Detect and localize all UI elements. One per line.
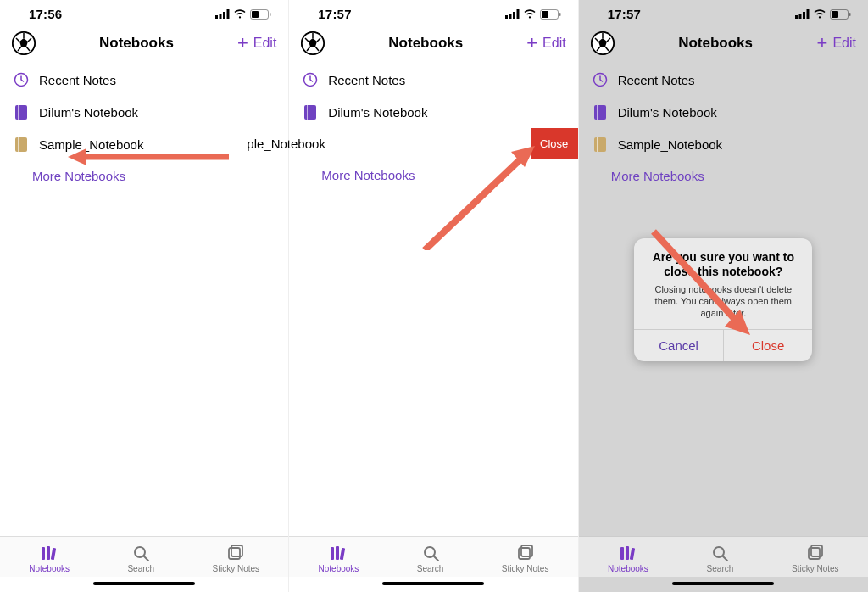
recent-notes-item[interactable]: Recent Notes [289,64,577,96]
books-icon [619,544,637,562]
tab-bar: Notebooks Search Sticky Notes [0,536,288,577]
svg-rect-55 [809,548,820,559]
search-icon [710,544,729,562]
alert-title: Are you sure you want to close this note… [644,250,802,280]
tab-search[interactable]: Search [127,544,154,573]
plus-icon[interactable]: + [237,34,248,53]
item-label: Dilum's Notebook [39,105,138,120]
svg-line-16 [144,556,148,561]
status-time: 17:57 [318,7,351,21]
svg-rect-1 [220,14,222,19]
svg-rect-39 [798,14,801,19]
wifi-icon [233,9,247,19]
notebook-icon [14,104,29,120]
svg-rect-19 [505,15,508,19]
confirm-alert: Are you sure you want to close this note… [634,238,812,362]
notebook-item[interactable]: Dilum's Notebook [0,96,288,128]
soccer-ball-icon [301,31,325,55]
tab-notebooks[interactable]: Notebooks [608,544,648,573]
header: Notebooks + Edit [289,25,577,64]
tab-bar: Notebooks Search Sticky Notes [579,536,868,577]
profile-avatar[interactable] [12,31,36,55]
tab-sticky-notes[interactable]: Sticky Notes [792,544,839,573]
battery-icon [830,9,851,20]
item-label: Recent Notes [328,73,405,87]
alert-backdrop: Are you sure you want to close this note… [579,64,868,536]
svg-rect-2 [223,12,225,19]
wifi-icon [813,9,826,19]
svg-rect-12 [42,547,45,560]
svg-rect-41 [806,9,809,19]
item-label: Dilum's Notebook [328,105,427,120]
svg-rect-3 [227,9,230,19]
plus-icon[interactable]: + [817,34,828,53]
alert-close-button[interactable]: Close [724,330,813,361]
svg-rect-37 [521,545,532,556]
content-area: Recent Notes Dilum's Notebook ple_Notebo… [289,64,577,536]
clock-icon [14,72,29,87]
status-indicators [795,9,851,20]
edit-button[interactable]: Edit [253,36,277,51]
svg-rect-6 [270,13,271,16]
tab-notebooks[interactable]: Notebooks [29,544,70,573]
svg-rect-5 [252,11,259,18]
more-notebooks-link[interactable]: More Notebooks [289,159,577,191]
cellular-icon [795,9,810,19]
profile-avatar[interactable] [301,31,325,55]
notebook-icon [303,104,318,120]
notebook-item-swiped[interactable]: ple_Notebook Close [289,128,577,159]
tab-bar: Notebooks Search Sticky Notes [289,536,577,577]
status-time: 17:57 [608,7,641,21]
svg-rect-51 [626,546,629,560]
svg-rect-40 [803,12,805,19]
screen-1: 17:56 Notebooks + Edit Recent Notes [0,0,289,592]
svg-rect-21 [513,12,515,19]
battery-icon [540,9,561,20]
home-indicator[interactable] [382,582,484,585]
notebook-item[interactable]: Sample_Notebook [0,128,288,160]
svg-line-35 [434,556,438,561]
profile-avatar[interactable] [591,31,615,55]
edit-button[interactable]: Edit [542,36,566,51]
notebook-icon [14,137,29,152]
edit-group: + Edit [817,34,856,53]
tab-sticky-notes[interactable]: Sticky Notes [502,544,549,573]
alert-cancel-button[interactable]: Cancel [634,330,724,361]
sticky-notes-icon [806,544,825,562]
cellular-icon [215,9,230,19]
home-indicator[interactable] [672,582,774,585]
recent-notes-item[interactable]: Recent Notes [0,64,288,96]
svg-point-34 [425,547,435,557]
more-notebooks-link[interactable]: More Notebooks [0,160,288,192]
edit-button[interactable]: Edit [832,36,856,51]
svg-rect-31 [331,547,334,560]
item-label: Sample_Notebook [39,137,143,152]
soccer-ball-icon [12,31,36,55]
item-label: ple_Notebook [247,137,326,151]
svg-rect-25 [559,13,561,16]
screen-3: 17:57 Notebooks + Edit Recent Notes [579,0,868,592]
notebook-item[interactable]: Dilum's Notebook [289,96,577,128]
svg-rect-20 [509,14,511,19]
status-bar: 17:56 [0,0,288,25]
home-indicator[interactable] [93,582,195,585]
svg-rect-22 [516,9,519,19]
page-title: Notebooks [325,35,526,52]
tab-notebooks[interactable]: Notebooks [319,544,359,573]
svg-rect-56 [811,545,822,556]
plus-icon[interactable]: + [526,34,537,53]
tab-search[interactable]: Search [417,544,444,573]
svg-rect-52 [630,548,635,560]
sticky-notes-icon [516,544,535,562]
tab-sticky-notes[interactable]: Sticky Notes [213,544,260,573]
svg-rect-32 [336,546,339,560]
svg-rect-36 [519,548,530,559]
swipe-close-button[interactable]: Close [531,128,578,159]
svg-rect-38 [795,15,798,19]
svg-rect-18 [231,545,242,556]
content-area: Recent Notes Dilum's Notebook Sample_Not… [0,64,288,536]
svg-point-53 [714,547,724,557]
tab-search[interactable]: Search [707,544,734,573]
svg-point-15 [135,547,145,557]
svg-rect-24 [542,11,548,18]
